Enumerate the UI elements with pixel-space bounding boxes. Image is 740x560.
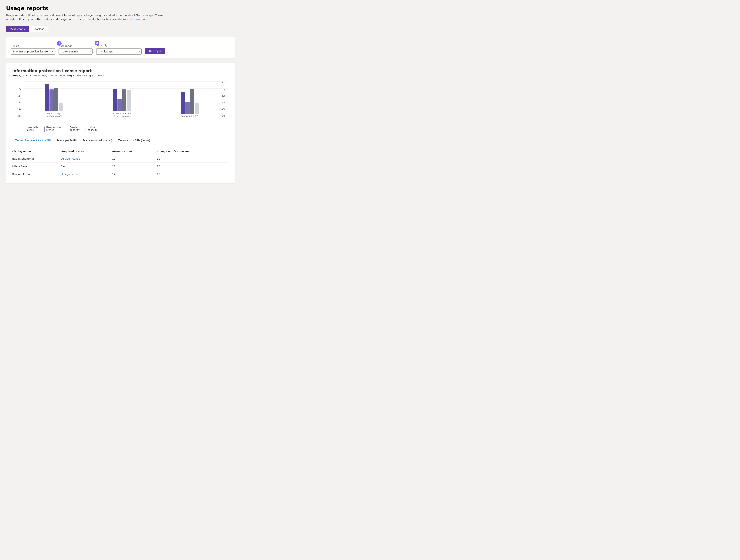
cell-notification-3: 10 (157, 170, 229, 178)
data-table: Display name ↓ Required license Attempt … (12, 148, 229, 178)
data-tabs-row: Teams change notification API Teams patc… (12, 137, 229, 144)
page-description: Usage reports will help you create diffe… (6, 13, 168, 21)
legend-color-blue (24, 126, 24, 132)
cell-notification-2: 10 (157, 162, 229, 170)
cell-notification-1: 10 (157, 155, 229, 162)
report-select[interactable]: Information protection license (11, 48, 55, 54)
legend-seeded-capacity: Seededcapacity (68, 126, 80, 132)
cell-name-1: Babak Shammas (12, 155, 61, 162)
table-row: Hilary Reyes Yes 13 10 (12, 162, 229, 170)
bar-2-blue (113, 89, 117, 111)
assign-license-link-1[interactable]: Assign license (61, 157, 80, 160)
col-attempt-count: Attempt count (112, 148, 157, 155)
bar-3-purple (185, 102, 190, 114)
page-container: Usage reports Usage reports will help yo… (0, 0, 242, 189)
main-tabs: View reports Download (6, 26, 236, 32)
filter-row: Report Information protection license ▾ … (6, 37, 236, 59)
cell-attempts-1: 12 (112, 155, 157, 162)
table-header-row: Display name ↓ Required license Attempt … (12, 148, 229, 155)
data-tab-export-teams[interactable]: Teams export APIs (teams) (115, 137, 153, 144)
chart-container: 30k 24k 18k 12k 6k 0 500 400 300 200 100… (12, 82, 229, 123)
data-tab-export-chat[interactable]: Teams export APIs (chat) (80, 137, 115, 144)
bars-area: Teams change notification API Teams expo… (24, 82, 220, 123)
report-label: Report (11, 44, 55, 47)
date-select-wrapper: Current month ▾ (59, 48, 93, 54)
cell-name-2: Hilary Reyes (12, 162, 61, 170)
data-tab-patch-api[interactable]: Teams patch API (54, 137, 80, 144)
report-card-title: Information protection license report (12, 69, 229, 73)
report-select-wrapper: Information protection license ▾ (11, 48, 55, 54)
date-select[interactable]: Current month (59, 48, 93, 54)
legend-color-gray (68, 126, 68, 132)
legend-users-with-license: Users withlicense (24, 126, 38, 132)
date-label: Date range (59, 44, 93, 47)
data-tab-change-notification[interactable]: Teams change notification API (12, 137, 54, 144)
col-change-notification: Change notification sent (157, 148, 229, 155)
group-label-2: Teams export API(chat + teams) (113, 112, 131, 117)
sort-icon-display-name[interactable]: ↓ (32, 150, 34, 153)
cell-license-2: Yes (61, 162, 112, 170)
chart-group-1: Teams change notification API (24, 81, 84, 117)
legend-color-purple (44, 126, 44, 132)
bars-group-3 (181, 84, 199, 114)
table-row: Roy Appleton Assign license 12 10 (12, 170, 229, 178)
legend-color-lightgray (86, 126, 86, 132)
report-meta: Aug 7, 2021 11:59 am (PT) | Date range: … (12, 74, 229, 77)
apps-select[interactable]: Archival app (96, 48, 142, 54)
group-label-3: Teams patch API (181, 115, 198, 117)
y-axis-right: 500 400 300 200 100 0 (220, 82, 229, 117)
step-2-badge: 2 (95, 41, 99, 45)
bar-2-purple (117, 99, 121, 111)
learn-more-link[interactable]: Learn more (132, 18, 148, 21)
bar-2-gray (122, 90, 126, 111)
bars-group-2 (113, 81, 131, 111)
table-row: Babak Shammas Assign license 12 10 (12, 155, 229, 162)
cell-attempts-3: 12 (112, 170, 157, 178)
apps-label: Apps i (96, 44, 142, 47)
bar-1-lightgray (59, 103, 63, 111)
legend-utilized-capacity: Utilizedcapacity (86, 126, 97, 132)
chart-inner: 30k 24k 18k 12k 6k 0 500 400 300 200 100… (12, 82, 229, 123)
cell-license-1: Assign license (61, 155, 112, 162)
apps-info-icon: i (104, 44, 107, 47)
table-body: Babak Shammas Assign license 12 10 Hilar… (12, 155, 229, 178)
bar-3-blue (181, 92, 185, 114)
date-filter-group: 1 Date range Current month ▾ (59, 44, 93, 54)
bar-1-gray (54, 88, 58, 111)
cell-name-3: Roy Appleton (12, 170, 61, 178)
tab-view-reports[interactable]: View reports (6, 26, 29, 32)
chart-group-2: Teams export API(chat + teams) (92, 81, 152, 117)
bar-2-lightgray (127, 90, 131, 111)
run-report-button[interactable]: Run report (146, 48, 165, 54)
chart-legend: Users withlicense Users withoutlicense S… (12, 126, 229, 132)
tab-download[interactable]: Download (29, 26, 48, 32)
bars-group-1 (45, 81, 63, 111)
page-title: Usage reports (6, 5, 236, 11)
apps-filter-group: 2 Apps i Archival app ▾ (96, 44, 142, 54)
bar-1-blue (45, 84, 49, 111)
step-1-badge: 1 (57, 41, 62, 46)
col-display-name: Display name ↓ (12, 148, 61, 155)
bar-1-purple (50, 90, 54, 111)
legend-users-without-license: Users withoutlicense (44, 126, 62, 132)
y-axis-left: 30k 24k 18k 12k 6k 0 (12, 82, 23, 117)
cell-attempts-2: 13 (112, 162, 157, 170)
cell-license-3: Assign license (61, 170, 112, 178)
report-card: Information protection license report Au… (6, 63, 236, 184)
group-label-1: Teams change notification API (42, 112, 65, 117)
bar-3-lightgray (195, 103, 199, 114)
assign-license-link-3[interactable]: Assign license (61, 173, 80, 176)
report-filter-group: Report Information protection license ▾ (11, 44, 55, 54)
apps-select-wrapper: Archival app ▾ (96, 48, 142, 54)
chart-group-3: Teams patch API (160, 84, 220, 117)
col-required-license: Required license (61, 148, 112, 155)
bar-3-gray (190, 89, 194, 114)
